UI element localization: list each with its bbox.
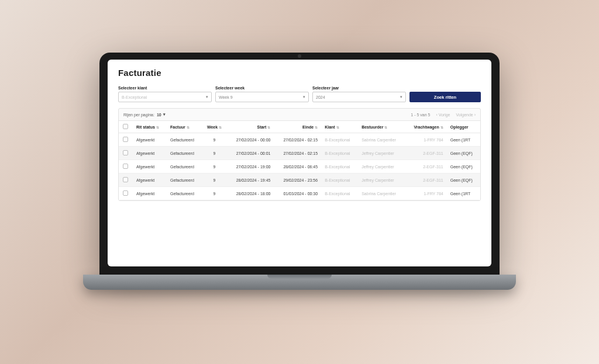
cell-klant: B-Exceptional	[321, 160, 358, 174]
cell-klant: B-Exceptional	[321, 147, 358, 160]
col-start[interactable]: Start⇅	[227, 121, 274, 133]
app-screen: Facturatie Selecteer klant B-Exceptional…	[108, 60, 491, 266]
cell-oplegger: Geen (1RT	[447, 187, 480, 200]
jaar-select[interactable]: 2024 ▾	[312, 92, 406, 102]
cell-bestuurder: Jeffrey Carpentier	[358, 160, 405, 174]
col-checkbox	[119, 121, 133, 133]
sort-icon: ⇅	[156, 126, 159, 129]
sort-icon: ⇅	[219, 126, 222, 129]
pagination-next[interactable]: Volgende ›	[456, 113, 476, 117]
table-row: AfgewerktGefactureerd927/02/2024 - 19:00…	[119, 160, 480, 174]
cell-factuur: Gefactureerd	[167, 133, 202, 147]
cell-factuur: Gefactureerd	[167, 174, 202, 187]
rows-per-page-value: 10	[157, 113, 161, 117]
rows-per-page-select[interactable]: 10 ▾	[157, 112, 166, 117]
sort-icon: ⇅	[315, 126, 318, 129]
col-oplegger: Oplegger	[447, 121, 480, 133]
col-bestuurder-label: Bestuurder	[362, 125, 383, 129]
chevron-down-icon: ▾	[163, 112, 166, 117]
cell-vrachtwagen: 1-FRY 784	[405, 133, 447, 147]
row-checkbox[interactable]	[123, 164, 128, 169]
klant-select-value: B-Exceptional	[122, 95, 147, 99]
sort-icon: ⇅	[187, 126, 190, 129]
col-einde[interactable]: Einde⇅	[274, 121, 321, 133]
zoek-ritten-button[interactable]: Zoek ritten	[409, 92, 481, 102]
sort-icon: ⇅	[267, 126, 270, 129]
cell-einde: 27/02/2024 - 02:15	[274, 133, 321, 147]
col-oplegger-label: Oplegger	[450, 125, 469, 129]
cell-start: 27/02/2024 - 00:00	[227, 133, 274, 147]
col-week[interactable]: Week⇅	[202, 121, 226, 133]
laptop-mockup: Facturatie Selecteer klant B-Exceptional…	[99, 53, 500, 310]
klant-select[interactable]: B-Exceptional ▾	[118, 92, 212, 102]
rides-table-container: Rijen per pagina: 10 ▾ 1 - 5 van 5 ‹ Vor…	[118, 108, 481, 201]
table-toolbar: Rijen per pagina: 10 ▾ 1 - 5 van 5 ‹ Vor…	[119, 109, 480, 120]
cell-rit-status: Afgewerkt	[133, 187, 167, 200]
col-rit-status-label: Rit status	[136, 125, 155, 129]
table-row: AfgewerktGefactureerd928/02/2024 - 18:00…	[119, 187, 480, 200]
col-einde-label: Einde	[302, 125, 314, 129]
cell-start: 28/02/2024 - 19:45	[227, 174, 274, 187]
week-select-value: Week 9	[219, 95, 233, 99]
cell-start: 28/02/2024 - 18:00	[227, 187, 274, 200]
laptop-base	[83, 275, 516, 290]
pagination-prev-label: Vorige	[439, 113, 450, 117]
cell-week: 9	[202, 133, 226, 147]
filter-jaar: Selecteer jaar 2024 ▾	[312, 86, 406, 102]
cell-rit-status: Afgewerkt	[133, 133, 167, 147]
cell-start: 27/02/2024 - 19:00	[227, 160, 274, 174]
cell-klant: B-Exceptional	[321, 174, 358, 187]
col-factuur-label: Factuur	[170, 125, 185, 129]
col-rit-status[interactable]: Rit status⇅	[133, 121, 167, 133]
cell-start: 27/02/2024 - 00:01	[227, 147, 274, 160]
col-klant[interactable]: Klant⇅	[321, 121, 358, 133]
cell-factuur: Gefactureerd	[167, 160, 202, 174]
col-bestuurder[interactable]: Bestuurder⇅	[358, 121, 405, 133]
select-all-checkbox[interactable]	[123, 124, 128, 129]
cell-vrachtwagen: 2-EGF-311	[405, 174, 447, 187]
cell-bestuurder: Sabrina Carpentier	[358, 187, 405, 200]
cell-week: 9	[202, 174, 226, 187]
cell-einde: 01/03/2024 - 00:30	[274, 187, 321, 200]
sort-icon: ⇅	[440, 126, 443, 129]
pagination: 1 - 5 van 5 ‹ Vorige Volgende ›	[411, 113, 476, 117]
week-select[interactable]: Week 9 ▾	[215, 92, 309, 102]
table-row: AfgewerktGefactureerd927/02/2024 - 00:01…	[119, 147, 480, 160]
cell-bestuurder: Jeffrey Carpentier	[358, 147, 405, 160]
col-start-label: Start	[257, 125, 266, 129]
chevron-down-icon: ▾	[206, 95, 208, 99]
col-vrachtwagen[interactable]: Vrachtwagen⇅	[405, 121, 447, 133]
cell-bestuurder: Sabrina Carpentier	[358, 133, 405, 147]
cell-rit-status: Afgewerkt	[133, 160, 167, 174]
cell-oplegger: Geen (1RT	[447, 133, 480, 147]
cell-week: 9	[202, 147, 226, 160]
cell-oplegger: Geen (EQF)	[447, 147, 480, 160]
app-root: Facturatie Selecteer klant B-Exceptional…	[108, 60, 491, 209]
table-row: AfgewerktGefactureerd928/02/2024 - 19:45…	[119, 174, 480, 187]
cell-oplegger: Geen (EQF)	[447, 160, 480, 174]
page-title: Facturatie	[118, 68, 481, 78]
chevron-down-icon: ▾	[303, 95, 305, 99]
cell-factuur: Gefactureerd	[167, 147, 202, 160]
col-week-label: Week	[207, 125, 218, 129]
col-vrachtwagen-label: Vrachtwagen	[414, 125, 439, 129]
cell-klant: B-Exceptional	[321, 133, 358, 147]
filter-klant: Selecteer klant B-Exceptional ▾	[118, 86, 212, 102]
cell-oplegger: Geen (EQF)	[447, 174, 480, 187]
cell-vrachtwagen: 2-EGF-311	[405, 160, 447, 174]
row-checkbox[interactable]	[123, 190, 128, 196]
row-checkbox[interactable]	[123, 137, 128, 142]
cell-bestuurder: Jeffrey Carpentier	[358, 174, 405, 187]
cell-einde: 27/02/2024 - 02:15	[274, 147, 321, 160]
cell-vrachtwagen: 2-EGF-311	[405, 147, 447, 160]
pagination-prev[interactable]: ‹ Vorige	[436, 113, 450, 117]
col-factuur[interactable]: Factuur⇅	[167, 121, 202, 133]
row-checkbox[interactable]	[123, 150, 128, 155]
cell-klant: B-Exceptional	[321, 187, 358, 200]
pagination-range: 1 - 5 van 5	[411, 113, 430, 117]
cell-vrachtwagen: 1-FRY 784	[405, 187, 447, 200]
col-klant-label: Klant	[325, 125, 335, 129]
sort-icon: ⇅	[384, 126, 387, 129]
row-checkbox[interactable]	[123, 177, 128, 182]
filter-week: Selecteer week Week 9 ▾	[215, 86, 309, 102]
